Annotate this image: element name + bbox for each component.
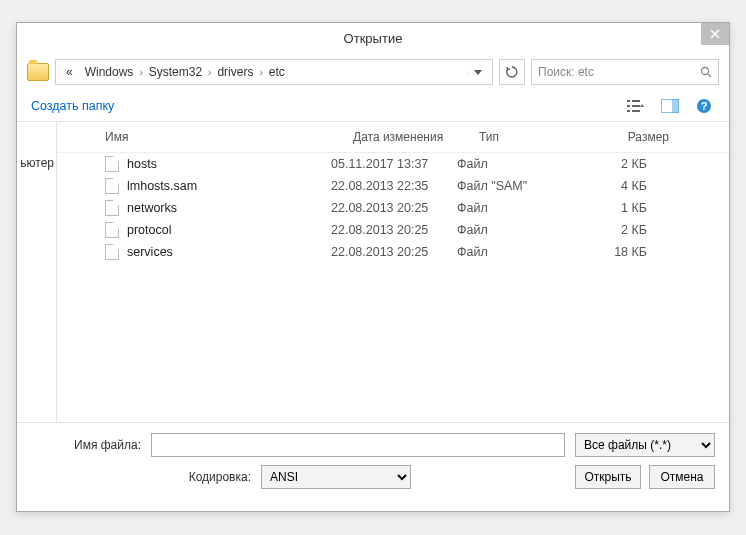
file-size: 2 КБ — [567, 157, 647, 171]
file-size: 1 КБ — [567, 201, 647, 215]
svg-rect-6 — [632, 105, 640, 107]
preview-pane-icon — [661, 99, 679, 113]
file-name: hosts — [127, 157, 157, 171]
encoding-select[interactable]: ANSI — [261, 465, 411, 489]
file-type: Файл "SAM" — [457, 179, 567, 193]
column-date[interactable]: Дата изменения — [353, 130, 479, 144]
close-button[interactable] — [701, 23, 729, 45]
svg-rect-9 — [672, 99, 679, 113]
cancel-button[interactable]: Отмена — [649, 465, 715, 489]
file-icon — [105, 244, 119, 260]
titlebar: Открытие — [17, 23, 729, 53]
column-size[interactable]: Размер — [589, 130, 669, 144]
file-date: 05.11.2017 13:37 — [331, 157, 457, 171]
column-name[interactable]: Имя — [105, 130, 353, 144]
filename-input[interactable] — [151, 433, 565, 457]
breadcrumb[interactable]: System32 — [143, 65, 208, 79]
file-date: 22.08.2013 22:35 — [331, 179, 457, 193]
file-rows: hosts05.11.2017 13:37Файл2 КБlmhosts.sam… — [57, 153, 729, 263]
sidebar[interactable]: ьютер — [17, 122, 57, 422]
file-date: 22.08.2013 20:25 — [331, 201, 457, 215]
open-file-dialog: Открытие « Windows › System32 › drivers … — [16, 22, 730, 512]
refresh-icon — [506, 66, 518, 78]
file-row[interactable]: lmhosts.sam22.08.2013 22:35Файл "SAM"4 К… — [57, 175, 729, 197]
toolbar: Создать папку ? — [17, 91, 729, 122]
breadcrumb[interactable]: etc — [263, 65, 291, 79]
svg-text:?: ? — [701, 100, 708, 112]
dialog-footer: Имя файла: Все файлы (*.*) Кодировка: AN… — [17, 422, 729, 511]
help-button[interactable]: ? — [693, 97, 715, 115]
file-name: networks — [127, 201, 177, 215]
file-type: Файл — [457, 223, 567, 237]
file-name: lmhosts.sam — [127, 179, 197, 193]
file-row[interactable]: protocol22.08.2013 20:25Файл2 КБ — [57, 219, 729, 241]
file-date: 22.08.2013 20:25 — [331, 245, 457, 259]
help-icon: ? — [696, 98, 712, 114]
file-icon — [105, 156, 119, 172]
svg-rect-2 — [627, 100, 630, 102]
address-dropdown[interactable] — [467, 70, 488, 75]
file-size: 18 КБ — [567, 245, 647, 259]
file-row[interactable]: services22.08.2013 20:25Файл18 КБ — [57, 241, 729, 263]
file-date: 22.08.2013 20:25 — [331, 223, 457, 237]
column-type[interactable]: Тип — [479, 130, 589, 144]
encoding-label: Кодировка: — [151, 470, 251, 484]
file-name: protocol — [127, 223, 171, 237]
svg-point-0 — [702, 68, 709, 75]
chevron-down-icon — [474, 70, 482, 75]
filename-label: Имя файла: — [31, 438, 141, 452]
breadcrumb-prefix: « — [60, 65, 79, 79]
breadcrumb[interactable]: drivers — [211, 65, 259, 79]
folder-icon — [27, 63, 49, 81]
new-folder-link[interactable]: Создать папку — [31, 99, 114, 113]
file-list-pane: Имя Дата изменения Тип Размер hosts05.11… — [57, 122, 729, 422]
column-headers: Имя Дата изменения Тип Размер — [57, 122, 729, 153]
svg-rect-5 — [632, 100, 640, 102]
search-icon — [700, 66, 712, 78]
file-type: Файл — [457, 201, 567, 215]
refresh-button[interactable] — [499, 59, 525, 85]
svg-rect-3 — [627, 105, 630, 107]
svg-line-1 — [708, 74, 711, 77]
open-button[interactable]: Открыть — [575, 465, 641, 489]
view-mode-button[interactable] — [625, 97, 647, 115]
file-icon — [105, 178, 119, 194]
file-row[interactable]: networks22.08.2013 20:25Файл1 КБ — [57, 197, 729, 219]
svg-rect-7 — [632, 110, 640, 112]
file-size: 4 КБ — [567, 179, 647, 193]
list-view-icon — [627, 99, 645, 113]
file-row[interactable]: hosts05.11.2017 13:37Файл2 КБ — [57, 153, 729, 175]
search-placeholder: Поиск: etc — [538, 65, 594, 79]
close-icon — [710, 29, 720, 39]
file-filter-select[interactable]: Все файлы (*.*) — [575, 433, 715, 457]
search-input[interactable]: Поиск: etc — [531, 59, 719, 85]
breadcrumb[interactable]: Windows — [79, 65, 140, 79]
file-name: services — [127, 245, 173, 259]
file-icon — [105, 200, 119, 216]
sidebar-item-computer[interactable]: ьютер — [17, 152, 56, 174]
navigation-bar: « Windows › System32 › drivers › etc Пои… — [17, 53, 729, 91]
file-type: Файл — [457, 157, 567, 171]
file-size: 2 КБ — [567, 223, 647, 237]
svg-rect-4 — [627, 110, 630, 112]
file-icon — [105, 222, 119, 238]
dialog-title: Открытие — [344, 31, 403, 46]
file-type: Файл — [457, 245, 567, 259]
address-bar[interactable]: « Windows › System32 › drivers › etc — [55, 59, 493, 85]
preview-pane-button[interactable] — [659, 97, 681, 115]
